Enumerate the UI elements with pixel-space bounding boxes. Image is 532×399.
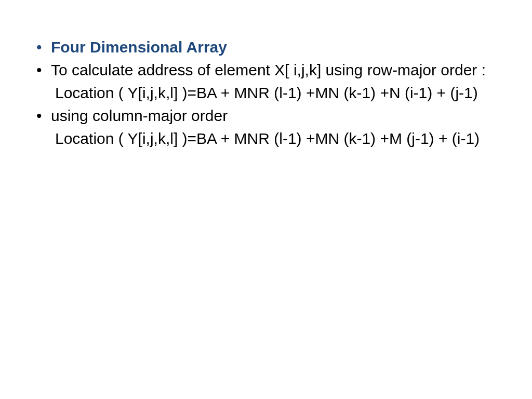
formula-row-major: Location ( Y[i,j,k,l] )=BA + MNR (l-1) +… (33, 82, 499, 104)
bullet-glyph: • (33, 59, 51, 81)
formula-text: Location ( Y[i,j,k,l] )=BA + MNR (l-1) +… (55, 128, 499, 150)
bullet-item-row-major: • To calculate address of element X[ i,j… (33, 59, 499, 81)
bullet-item-title: • Four Dimensional Array (33, 36, 499, 58)
formula-text: Location ( Y[i,j,k,l] )=BA + MNR (l-1) +… (55, 82, 499, 104)
bullet-glyph: • (33, 36, 51, 58)
slide-body: • Four Dimensional Array • To calculate … (0, 0, 532, 399)
row-major-intro: To calculate address of element X[ i,j,k… (51, 59, 486, 81)
title-text: Four Dimensional Array (51, 36, 227, 58)
bullet-item-col-major: • using column-major order (33, 105, 499, 127)
formula-col-major: Location ( Y[i,j,k,l] )=BA + MNR (l-1) +… (33, 128, 499, 150)
bullet-glyph: • (33, 105, 51, 127)
col-major-intro: using column-major order (51, 105, 228, 127)
